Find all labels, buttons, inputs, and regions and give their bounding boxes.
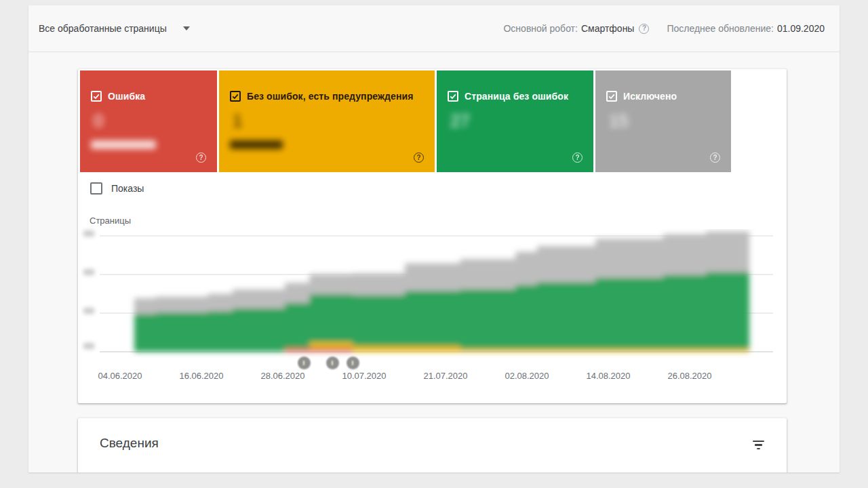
excluded-checkbox[interactable] xyxy=(606,91,617,102)
impressions-checkbox[interactable] xyxy=(90,182,102,195)
check-icon xyxy=(449,92,457,100)
chart-y-axis-title: Страницы xyxy=(90,216,131,226)
impressions-label: Показы xyxy=(111,183,144,194)
help-icon[interactable]: ? xyxy=(196,152,206,163)
x-tick-label: 10.07.2020 xyxy=(336,371,393,381)
status-card-label: Исключено xyxy=(623,91,677,102)
annotation-marker[interactable] xyxy=(326,357,339,369)
status-card-label: Страница без ошибок xyxy=(465,91,568,102)
filter-icon[interactable] xyxy=(752,441,765,450)
impressions-toggle[interactable]: Показы xyxy=(90,182,144,195)
status-card-value-blurred: 0 xyxy=(91,110,106,131)
status-card-value-blurred: 1 xyxy=(230,110,245,131)
coverage-area-chart xyxy=(78,229,787,385)
x-tick-label: 14.08.2020 xyxy=(580,371,637,381)
help-icon[interactable]: ? xyxy=(572,152,583,163)
status-card-subtext-blurred xyxy=(91,140,156,149)
last-update-info: Последнее обновление: 01.09.2020 xyxy=(667,23,825,34)
annotation-marker[interactable] xyxy=(298,357,311,369)
status-card-warnings[interactable]: Без ошибок, есть предупреждения 1 ? xyxy=(219,70,435,172)
status-card-subtext-blurred xyxy=(230,140,283,149)
x-tick-label: 21.07.2020 xyxy=(417,371,474,381)
page-filter-label: Все обработанные страницы xyxy=(39,23,167,34)
status-card-valid[interactable]: Страница без ошибок 27 ? xyxy=(437,70,593,172)
status-card-label: Ошибка xyxy=(108,91,145,102)
warnings-checkbox[interactable] xyxy=(230,91,241,102)
report-topbar: Все обработанные страницы Основной робот… xyxy=(28,5,840,52)
check-icon xyxy=(608,92,616,100)
last-update-value: 01.09.2020 xyxy=(777,23,825,34)
chart-series-areas xyxy=(134,229,749,352)
report-panel: Все обработанные страницы Основной робот… xyxy=(28,5,840,472)
x-tick-label: 02.08.2020 xyxy=(498,371,555,381)
last-update-label: Последнее обновление: xyxy=(667,23,773,34)
coverage-chart-card: Ошибка 0 ? Без ошибок, есть предупрежден… xyxy=(78,69,787,403)
chevron-down-icon xyxy=(183,26,190,30)
details-card: Сведения xyxy=(78,418,787,472)
check-icon xyxy=(92,92,100,100)
help-icon[interactable]: ? xyxy=(414,152,424,163)
check-icon xyxy=(231,92,239,100)
crawler-info: Основной робот: Смартфоны ? xyxy=(503,23,649,34)
details-title: Сведения xyxy=(100,436,159,451)
crawler-help-icon[interactable]: ? xyxy=(639,24,649,34)
page-filter-dropdown[interactable]: Все обработанные страницы xyxy=(39,23,190,34)
x-tick-label: 26.08.2020 xyxy=(661,371,718,381)
crawler-value: Смартфоны xyxy=(581,23,635,34)
status-card-value-blurred: 27 xyxy=(448,110,473,131)
status-card-excluded[interactable]: Исключено 15 ? xyxy=(595,70,731,172)
x-tick-label: 04.06.2020 xyxy=(92,371,149,381)
annotation-marker[interactable] xyxy=(347,357,359,369)
error-checkbox[interactable] xyxy=(91,91,102,102)
status-card-error[interactable]: Ошибка 0 ? xyxy=(80,70,217,172)
crawler-label: Основной робот: xyxy=(503,23,577,34)
valid-checkbox[interactable] xyxy=(448,91,458,102)
status-cards-row: Ошибка 0 ? Без ошибок, есть предупрежден… xyxy=(80,70,731,172)
status-card-label: Без ошибок, есть предупреждения xyxy=(247,91,413,102)
x-tick-label: 16.06.2020 xyxy=(173,371,230,381)
status-card-value-blurred: 15 xyxy=(606,110,631,131)
help-icon[interactable]: ? xyxy=(710,152,720,163)
x-tick-label: 28.06.2020 xyxy=(254,371,311,381)
topbar-right: Основной робот: Смартфоны ? Последнее об… xyxy=(503,23,825,34)
